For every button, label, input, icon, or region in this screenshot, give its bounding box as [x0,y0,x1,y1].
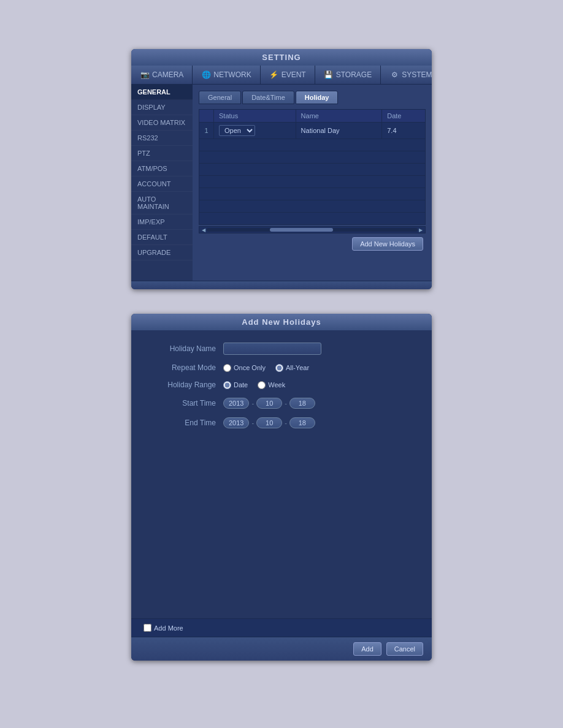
nav-tabs: 📷 CAMERA 🌐 NETWORK ⚡ EVENT 💾 STORAGE ⚙ S… [131,66,432,85]
holiday-range-options: Date Week [223,381,285,389]
end-time-label: End Time [150,419,223,427]
nav-tab-system[interactable]: ⚙ SYSTEM [381,66,432,84]
nav-tab-event[interactable]: ⚡ EVENT [261,66,315,84]
date-sep-4: - [283,419,288,427]
col-status: Status [214,110,296,123]
table-row-empty [199,200,426,213]
sidebar-item-display[interactable]: DISPLAY [131,100,193,115]
start-month[interactable]: 10 [256,398,282,409]
start-time-row: Start Time 2013 - 10 - 18 [150,398,413,409]
panel-title: SETTING [131,49,432,66]
cancel-button[interactable]: Cancel [386,642,423,656]
scrollbar-track [207,228,418,232]
start-time-label: Start Time [150,399,223,408]
network-icon: 🌐 [201,70,211,80]
bottom-bar: Add More [131,618,432,637]
range-week-radio[interactable] [258,381,266,389]
sidebar-item-video-matrix[interactable]: VIDEO MATRIX [131,115,193,131]
sidebar-item-auto-maintain[interactable]: AUTO MAINTAIN [131,192,193,214]
end-month[interactable]: 10 [256,417,282,428]
table-footer: Add New Holidays [199,233,426,254]
sub-tab-datetime[interactable]: Date&Time [242,91,294,104]
sub-tabs: General Date&Time Holiday [199,91,426,104]
sidebar: GENERAL DISPLAY VIDEO MATRIX RS232 PTZ A… [131,85,193,281]
end-time-row: End Time 2013 - 10 - 18 [150,417,413,428]
sidebar-item-imp-exp[interactable]: IMP/EXP [131,214,193,230]
add-button[interactable]: Add [353,642,381,656]
start-year[interactable]: 2013 [223,398,249,409]
repeat-all-year-label: All-Year [286,364,309,371]
nav-tab-storage[interactable]: 💾 STORAGE [315,66,381,84]
nav-tab-network[interactable]: 🌐 NETWORK [193,66,260,84]
sidebar-item-account[interactable]: ACCOUNT [131,176,193,192]
sub-tab-general[interactable]: General [199,91,241,104]
start-day[interactable]: 18 [289,398,315,409]
end-year[interactable]: 2013 [223,417,249,428]
camera-icon: 📷 [140,70,150,80]
row-status-1[interactable]: Open Close [214,123,296,139]
form-area: Holiday Name Repeat Mode Once Only All-Y… [131,330,432,526]
add-more-label: Add More [154,624,183,632]
add-new-holidays-button[interactable]: Add New Holidays [352,237,423,251]
nav-tab-storage-label: STORAGE [336,70,372,79]
repeat-all-year-radio[interactable] [275,364,283,372]
repeat-all-year[interactable]: All-Year [275,364,309,372]
row-date-1: 7.4 [382,123,426,139]
sub-tab-holiday[interactable]: Holiday [296,91,339,104]
range-date[interactable]: Date [223,381,248,389]
sidebar-item-default[interactable]: DEFAULT [131,230,193,245]
table-row-empty [199,188,426,200]
nav-tab-event-label: EVENT [282,70,306,79]
end-day[interactable]: 18 [289,417,315,428]
range-week[interactable]: Week [258,381,285,389]
storage-icon: 💾 [324,70,334,80]
scroll-left-arrow[interactable]: ◀ [201,227,207,233]
event-icon: ⚡ [269,70,279,80]
row-name-1: National Day [296,123,382,139]
range-week-label: Week [268,381,285,389]
repeat-mode-label: Repeat Mode [150,363,223,372]
horizontal-scrollbar[interactable]: ◀ ▶ [199,226,426,233]
form-spacer [131,526,432,618]
col-name: Name [296,110,382,123]
nav-tab-network-label: NETWORK [213,70,251,79]
nav-tab-system-label: SYSTEM [402,70,432,79]
repeat-once-label: Once Only [234,364,266,371]
start-time-inputs: 2013 - 10 - 18 [223,398,315,409]
nav-tab-camera[interactable]: 📷 CAMERA [131,66,193,84]
add-more-checkbox[interactable] [144,624,151,632]
table-row-empty [199,213,426,225]
dialog-footer: Add Cancel [131,637,432,661]
sidebar-item-upgrade[interactable]: UPGRADE [131,245,193,260]
panel-footer-bar [131,281,432,289]
scrollbar-thumb[interactable] [270,228,333,232]
range-date-label: Date [234,381,248,389]
range-date-radio[interactable] [223,381,231,389]
sidebar-item-ptz[interactable]: PTZ [131,146,193,161]
setting-panel: SETTING 📷 CAMERA 🌐 NETWORK ⚡ EVENT 💾 STO… [131,49,432,289]
holiday-range-label: Holiday Range [150,381,223,389]
add-more-checkbox-label[interactable]: Add More [144,624,183,632]
col-date: Date [382,110,426,123]
repeat-once-only[interactable]: Once Only [223,364,266,372]
table-row-empty [199,176,426,188]
repeat-mode-row: Repeat Mode Once Only All-Year [150,363,413,372]
add-more-row: Add More [144,624,419,632]
date-sep-1: - [250,400,255,407]
row-num-1: 1 [199,123,214,139]
holiday-table-wrapper: Status Name Date 1 Open Close [199,109,426,233]
holiday-name-label: Holiday Name [150,344,223,353]
sidebar-item-rs232[interactable]: RS232 [131,131,193,146]
col-num [199,110,214,123]
end-time-inputs: 2013 - 10 - 18 [223,417,315,428]
repeat-once-radio[interactable] [223,364,231,372]
main-content: General Date&Time Holiday Status Name Da… [193,85,432,281]
status-select[interactable]: Open Close [219,125,255,136]
scroll-right-arrow[interactable]: ▶ [418,227,424,233]
date-sep-3: - [250,419,255,427]
holiday-name-row: Holiday Name [150,343,413,355]
sidebar-item-atm-pos[interactable]: ATM/POS [131,161,193,176]
add-holidays-title: Add New Holidays [131,314,432,330]
holiday-name-input[interactable] [223,343,321,355]
sidebar-item-general[interactable]: GENERAL [131,85,193,100]
